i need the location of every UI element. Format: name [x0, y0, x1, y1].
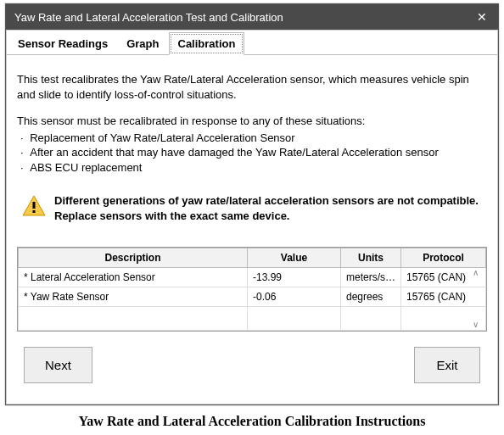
scroll-down-icon[interactable]: ∨ — [473, 320, 484, 329]
cell-units: degrees — [341, 287, 401, 307]
warning-text: Different generations of yaw rate/latera… — [54, 193, 482, 223]
tab-sensor-readings[interactable]: Sensor Readings — [8, 32, 117, 55]
description-text: This test recalibrates the Yaw Rate/Late… — [17, 72, 487, 102]
exit-button[interactable]: Exit — [414, 347, 480, 383]
tab-strip: Sensor Readings Graph Calibration — [7, 31, 497, 55]
tab-graph[interactable]: Graph — [117, 32, 168, 55]
sensor-table: Description Value Units Protocol * Later… — [18, 248, 486, 331]
svg-rect-1 — [33, 202, 36, 209]
col-header-protocol[interactable]: Protocol — [401, 248, 486, 268]
svg-rect-2 — [33, 210, 36, 213]
warning-box: Different generations of yaw rate/latera… — [17, 192, 487, 225]
table-scrollbar[interactable]: ∧ ∨ — [473, 268, 484, 329]
table-row[interactable]: * Yaw Rate Sensor -0.06 degrees 15765 (C… — [19, 287, 486, 307]
table-empty-row — [19, 307, 486, 331]
cell-units: meters/s… — [341, 268, 401, 287]
content-area: This test recalibrates the Yaw Rate/Late… — [7, 55, 497, 404]
sensor-table-wrap: Description Value Units Protocol * Later… — [17, 247, 487, 332]
client-area: Sensor Readings Graph Calibration This t… — [6, 30, 498, 404]
next-button[interactable]: Next — [24, 347, 92, 383]
cell-value: -13.99 — [248, 268, 341, 287]
button-row: Next Exit — [17, 343, 487, 395]
titlebar: Yaw Rate and Lateral Acceleration Test a… — [6, 4, 498, 30]
col-header-units[interactable]: Units — [341, 248, 401, 268]
dialog-window: Yaw Rate and Lateral Acceleration Test a… — [5, 3, 499, 405]
cell-description: * Lateral Acceleration Sensor — [19, 268, 248, 287]
col-header-value[interactable]: Value — [248, 248, 341, 268]
window-title: Yaw Rate and Lateral Acceleration Test a… — [14, 11, 283, 24]
table-row[interactable]: * Lateral Acceleration Sensor -13.99 met… — [19, 268, 486, 287]
cell-description: * Yaw Rate Sensor — [19, 287, 248, 307]
cell-value: -0.06 — [248, 287, 341, 307]
figure-caption: Yaw Rate and Lateral Acceleration Calibr… — [0, 414, 504, 429]
situation-item: After an accident that may have damaged … — [31, 145, 487, 160]
col-header-description[interactable]: Description — [19, 248, 248, 268]
situation-item: Replacement of Yaw Rate/Lateral Accelera… — [31, 131, 487, 146]
tab-calibration[interactable]: Calibration — [169, 32, 245, 55]
close-icon[interactable]: ✕ — [474, 10, 490, 24]
situation-item: ABS ECU replacement — [31, 160, 487, 176]
situations-intro: This sensor must be recalibrated in resp… — [17, 114, 365, 127]
situations-block: This sensor must be recalibrated in resp… — [17, 114, 487, 175]
warning-icon — [22, 195, 46, 220]
scroll-up-icon[interactable]: ∧ — [473, 268, 484, 277]
